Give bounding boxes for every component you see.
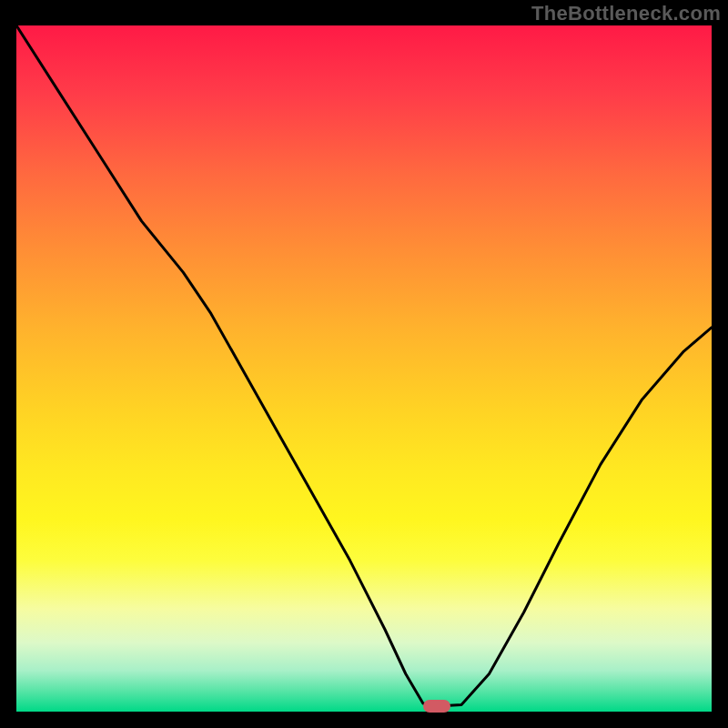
chart-frame: TheBottleneck.com xyxy=(0,0,728,728)
watermark-text: TheBottleneck.com xyxy=(531,2,721,25)
bottleneck-curve xyxy=(16,25,712,712)
optimal-point-marker xyxy=(423,700,450,713)
plot-area xyxy=(16,25,712,712)
